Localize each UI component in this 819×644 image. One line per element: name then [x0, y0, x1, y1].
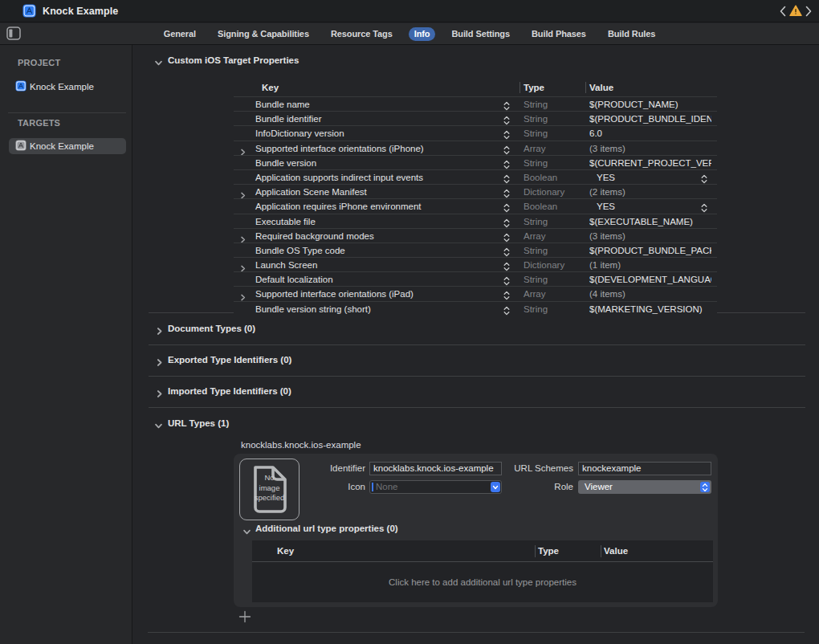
column-divider	[585, 82, 586, 93]
sidebar-item-target-label[interactable]: Knock Example	[30, 141, 94, 152]
property-row[interactable]: Bundle OS Type codeString$(PRODUCT_BUNDL…	[234, 243, 717, 257]
add-property-placeholder[interactable]: Click here to add additional url type pr…	[252, 562, 713, 602]
additional-url-type-properties-header[interactable]: Additional url type properties (0)	[255, 524, 398, 533]
section-exported-type-identifiers[interactable]: Exported Type Identifiers (0)	[168, 355, 291, 365]
property-row[interactable]: Supported interface orientations (iPad)A…	[234, 286, 717, 300]
property-row[interactable]: Launch ScreenDictionary(1 item)	[234, 257, 717, 271]
boolean-stepper-icon[interactable]	[700, 173, 708, 182]
property-key: InfoDictionary version	[255, 126, 344, 140]
disclosure-chevron-icon[interactable]	[239, 188, 247, 195]
chevron-right-icon[interactable]	[155, 356, 164, 365]
key-stepper-icon[interactable]	[503, 231, 511, 241]
property-value[interactable]: (4 items)	[589, 287, 711, 300]
key-stepper-icon[interactable]	[503, 114, 511, 124]
icon-combobox[interactable]: None	[369, 480, 502, 494]
property-key: Application Scene Manifest	[255, 185, 367, 198]
navigate-back-icon[interactable]	[777, 4, 788, 18]
property-row[interactable]: Supported interface orientations (iPhone…	[234, 141, 717, 155]
key-stepper-icon[interactable]	[503, 246, 511, 255]
chevron-down-icon[interactable]	[242, 525, 251, 534]
property-row[interactable]: Bundle version string (short)String$(MAR…	[234, 301, 717, 316]
section-document-types[interactable]: Document Types (0)	[168, 324, 255, 333]
property-value[interactable]: (2 items)	[589, 185, 711, 198]
property-value[interactable]: (1 item)	[589, 258, 711, 271]
tab-build-phases[interactable]: Build Phases	[526, 27, 592, 41]
tab-general[interactable]: General	[158, 27, 202, 41]
sidebar: PROJECT Knock Example TARGETS Knock Exam…	[0, 45, 132, 644]
section-divider	[148, 632, 805, 633]
key-stepper-icon[interactable]	[503, 100, 511, 109]
property-value[interactable]: (3 items)	[589, 141, 711, 155]
target-item-icon	[15, 140, 26, 151]
section-custom-ios-target-properties[interactable]: Custom iOS Target Properties	[168, 55, 299, 65]
property-type: Array	[524, 229, 545, 243]
properties-table-rows: Bundle nameString$(PRODUCT_NAME)Bundle i…	[234, 96, 717, 316]
property-value[interactable]: $(PRODUCT_NAME)	[589, 97, 711, 111]
disclosure-chevron-icon[interactable]	[239, 232, 247, 239]
popup-arrows-button	[700, 482, 710, 492]
property-type: Boolean	[524, 199, 557, 213]
property-value[interactable]: $(PRODUCT_BUNDLE_IDENTIFIER)	[589, 112, 711, 125]
column-header-key: Key	[277, 540, 294, 562]
add-url-type-button[interactable]	[238, 610, 252, 624]
project-app-icon	[22, 4, 36, 18]
property-value[interactable]: $(DEVELOPMENT_LANGUAGE)	[589, 272, 711, 286]
targets-group-label: TARGETS	[18, 118, 60, 128]
sidebar-item-project[interactable]: Knock Example	[30, 81, 94, 92]
text-caret	[372, 483, 373, 491]
properties-table: Key Type Value Bundle nameString$(PRODUC…	[234, 79, 717, 316]
key-stepper-icon[interactable]	[503, 217, 511, 226]
property-row[interactable]: Bundle identifierString$(PRODUCT_BUNDLE_…	[234, 111, 717, 125]
property-row[interactable]: InfoDictionary versionString6.0	[234, 125, 717, 140]
property-row[interactable]: Executable fileString$(EXECUTABLE_NAME)	[234, 214, 717, 228]
section-url-types[interactable]: URL Types (1)	[168, 418, 229, 428]
tab-resource-tags[interactable]: Resource Tags	[325, 27, 398, 41]
key-stepper-icon[interactable]	[503, 289, 511, 299]
warning-badge-icon[interactable]	[789, 5, 802, 17]
section-imported-type-identifiers[interactable]: Imported Type Identifiers (0)	[168, 386, 291, 396]
chevron-right-icon[interactable]	[155, 387, 164, 396]
property-value[interactable]: $(EXECUTABLE_NAME)	[589, 214, 711, 228]
key-stepper-icon[interactable]	[503, 275, 511, 284]
identifier-field[interactable]: knocklabs.knock.ios-example	[369, 462, 502, 475]
key-stepper-icon[interactable]	[503, 260, 511, 270]
navigate-forward-icon[interactable]	[803, 4, 814, 18]
tab-build-settings[interactable]: Build Settings	[446, 27, 515, 41]
disclosure-chevron-icon[interactable]	[239, 290, 247, 297]
property-row[interactable]: Application requires iPhone environmentB…	[234, 198, 717, 213]
disclosure-chevron-icon[interactable]	[239, 145, 247, 152]
property-value[interactable]: $(MARKETING_VERSION)	[589, 302, 711, 316]
url-schemes-label: URL Schemes	[493, 462, 573, 475]
property-row[interactable]: Default localizationString$(DEVELOPMENT_…	[234, 271, 717, 286]
property-row[interactable]: Required background modesArray(3 items)	[234, 228, 717, 243]
tab-build-rules[interactable]: Build Rules	[602, 27, 661, 41]
key-stepper-icon[interactable]	[503, 187, 511, 197]
property-key: Executable file	[255, 214, 316, 228]
property-value[interactable]: 6.0	[589, 126, 711, 140]
key-stepper-icon[interactable]	[503, 173, 511, 182]
property-row[interactable]: Application Scene ManifestDictionary(2 i…	[234, 184, 717, 198]
property-row[interactable]: Bundle nameString$(PRODUCT_NAME)	[234, 96, 717, 111]
key-stepper-icon[interactable]	[503, 128, 511, 138]
boolean-stepper-icon[interactable]	[700, 202, 708, 211]
url-schemes-field[interactable]: knockexample	[578, 462, 711, 475]
property-value[interactable]: $(PRODUCT_BUNDLE_PACKAGE_TYPE)	[589, 243, 711, 257]
property-value[interactable]: (3 items)	[589, 229, 711, 243]
property-value[interactable]: $(CURRENT_PROJECT_VERSION)	[589, 156, 711, 169]
chevron-right-icon[interactable]	[155, 324, 164, 333]
chevron-down-icon[interactable]	[154, 419, 163, 428]
key-stepper-icon[interactable]	[503, 144, 511, 153]
tab-info[interactable]: Info	[409, 27, 436, 41]
key-stepper-icon[interactable]	[503, 202, 511, 211]
property-type: String	[524, 272, 548, 286]
property-row[interactable]: Bundle versionString$(CURRENT_PROJECT_VE…	[234, 155, 717, 169]
key-stepper-icon[interactable]	[503, 304, 511, 314]
tab-signing-capabilities[interactable]: Signing & Capabilities	[212, 27, 315, 41]
chevron-down-icon[interactable]	[154, 56, 163, 65]
property-row[interactable]: Application supports indirect input even…	[234, 169, 717, 184]
disclosure-chevron-icon[interactable]	[239, 261, 247, 268]
editor-tab-bar: GeneralSigning & CapabilitiesResource Ta…	[0, 23, 819, 45]
role-popup-button[interactable]: Viewer	[578, 480, 711, 494]
key-stepper-icon[interactable]	[503, 158, 511, 168]
column-header-key: Key	[262, 79, 279, 96]
